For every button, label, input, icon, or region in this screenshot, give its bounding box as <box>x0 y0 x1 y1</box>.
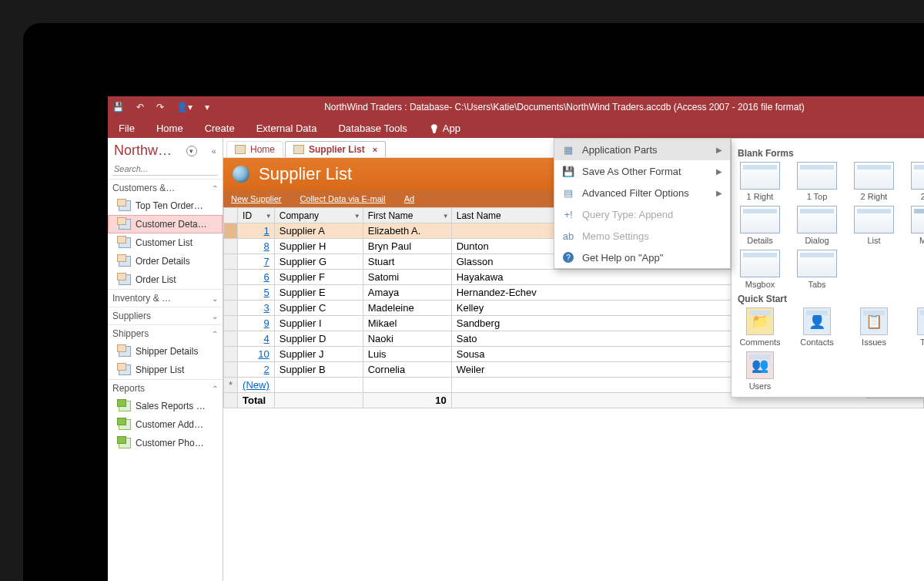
tab-home[interactable]: Home <box>156 123 183 134</box>
form-thumb-icon <box>740 250 780 277</box>
nav-item-customer-list[interactable]: Customer List <box>108 233 223 252</box>
quickstart-icon: 👤 <box>803 307 831 335</box>
menu-item-icon: ab <box>562 230 574 242</box>
submenu-arrow-icon: ▶ <box>716 167 722 176</box>
form-thumb-icon <box>797 206 837 233</box>
chevron-icon: ⌃ <box>212 330 218 338</box>
form-icon <box>119 256 131 267</box>
action-collect-data[interactable]: Collect Data via E-mail <box>300 194 385 203</box>
nav-item-customer-phone[interactable]: Customer Pho… <box>108 434 223 452</box>
form-thumb-icon <box>911 206 924 233</box>
form-icon <box>119 200 131 211</box>
gallery-item-media[interactable]: Media <box>909 206 924 245</box>
undo-icon[interactable]: ↶ <box>136 102 144 113</box>
gallery-item-details[interactable]: Details <box>738 206 782 245</box>
ribbon-tabs: File Home Create External Data Database … <box>108 118 924 138</box>
menu-item-icon: ? <box>562 251 574 264</box>
menu-item: +!Query Type: Append <box>554 203 730 225</box>
quickstart-icon: 📁 <box>746 307 774 335</box>
form-thumb-icon <box>740 162 780 190</box>
form-thumb-icon <box>797 162 837 190</box>
section-quick-start: Quick Start <box>738 294 924 304</box>
col-first-name[interactable]: First Name▼ <box>363 208 451 223</box>
nav-item-shipper-list[interactable]: Shipper List <box>108 361 223 379</box>
quick-access-toolbar: 💾 ↶ ↷ 👤▾ ▾ <box>112 102 209 113</box>
form-thumb-icon <box>797 250 837 277</box>
nav-dropdown-icon[interactable]: ▾ <box>186 146 197 156</box>
quickstart-item-tasks[interactable]: ✓Tasks <box>909 307 924 347</box>
gallery-item-tabs[interactable]: Tabs <box>795 250 839 289</box>
menu-item-icon: 💾 <box>562 165 574 177</box>
gallery-item-2-top[interactable]: 2 Top <box>909 162 924 201</box>
nav-collapse-icon[interactable]: « <box>212 146 216 156</box>
nav-search-input[interactable] <box>112 162 218 176</box>
close-tab-icon[interactable]: × <box>373 145 377 154</box>
form-thumb-icon <box>740 206 780 233</box>
quickstart-item-issues[interactable]: 📋Issues <box>852 307 896 347</box>
tell-me-app[interactable]: App <box>429 123 460 134</box>
nav-group-suppliers[interactable]: Suppliers⌄ <box>108 307 223 324</box>
chevron-icon: ⌃ <box>212 184 218 193</box>
gallery-item-dialog[interactable]: Dialog <box>795 206 839 245</box>
nav-item-shipper-details[interactable]: Shipper Details <box>108 342 223 361</box>
chevron-icon: ⌄ <box>212 294 218 303</box>
nav-group-reports[interactable]: Reports⌃ <box>108 379 223 397</box>
action-new-supplier[interactable]: New Supplier <box>231 194 281 203</box>
nav-group-customers[interactable]: Customers &…⌃ <box>108 179 223 196</box>
nav-item-customer-details[interactable]: Customer Deta… <box>108 215 223 233</box>
tab-database-tools[interactable]: Database Tools <box>338 123 407 134</box>
gallery-item-1-right[interactable]: 1 Right <box>738 162 782 201</box>
col-company[interactable]: Company▼ <box>274 208 363 223</box>
quickstart-icon: ✓ <box>917 307 924 335</box>
form-icon <box>293 145 304 154</box>
form-thumb-icon <box>854 162 894 190</box>
dropdown-icon[interactable]: ▼ <box>354 212 360 219</box>
form-icon <box>119 237 131 248</box>
form-thumb-icon <box>854 206 894 233</box>
quickstart-item-users[interactable]: 👥Users <box>738 351 782 391</box>
quickstart-icon: 📋 <box>860 307 888 335</box>
nav-item-order-list[interactable]: Order List <box>108 270 223 289</box>
col-id[interactable]: ID▼ <box>238 208 275 223</box>
form-icon <box>119 346 131 357</box>
dropdown-icon[interactable]: ▼ <box>443 212 449 219</box>
doc-tab-home[interactable]: Home <box>226 141 283 157</box>
action-add[interactable]: Ad <box>404 194 414 203</box>
gallery-item-msgbox[interactable]: Msgbox <box>738 250 782 289</box>
quickstart-icon: 👥 <box>746 351 774 379</box>
nav-group-inventory[interactable]: Inventory & …⌄ <box>108 289 223 307</box>
qat-more-icon[interactable]: ▾ <box>205 102 209 113</box>
form-icon <box>119 219 131 230</box>
gallery-item-1-top[interactable]: 1 Top <box>795 162 839 201</box>
menu-item[interactable]: ▤Advanced Filter Options▶ <box>554 182 730 203</box>
quickstart-item-contacts[interactable]: 👤Contacts <box>795 307 839 347</box>
window-title: NorthWind Traders : Database- C:\Users\K… <box>209 102 919 113</box>
menu-item[interactable]: ?Get Help on "App" <box>554 247 730 268</box>
row-selector-header[interactable] <box>224 208 238 223</box>
nav-item-order-details[interactable]: Order Details <box>108 252 223 270</box>
nav-item-top-ten-orders[interactable]: Top Ten Order… <box>108 196 223 215</box>
report-icon <box>119 438 131 448</box>
form-icon <box>119 364 131 375</box>
nav-item-customer-address[interactable]: Customer Add… <box>108 415 223 434</box>
tab-external-data[interactable]: External Data <box>256 123 317 134</box>
nav-item-sales-reports[interactable]: Sales Reports … <box>108 397 223 415</box>
gallery-item-list[interactable]: List <box>852 206 896 245</box>
tab-create[interactable]: Create <box>205 123 235 134</box>
menu-item[interactable]: 💾Save As Other Format▶ <box>554 160 730 182</box>
dropdown-icon[interactable]: ▼ <box>266 212 272 219</box>
nav-group-shippers[interactable]: Shippers⌃ <box>108 324 223 342</box>
menu-item[interactable]: ▦Application Parts▶ <box>554 139 730 160</box>
redo-icon[interactable]: ↷ <box>156 102 164 113</box>
chevron-icon: ⌄ <box>212 312 218 321</box>
quickstart-item-comments[interactable]: 📁Comments <box>738 307 782 347</box>
doc-tab-supplier-list[interactable]: Supplier List× <box>285 141 386 157</box>
gallery-item-2-right[interactable]: 2 Right <box>852 162 896 201</box>
submenu-arrow-icon: ▶ <box>716 189 722 197</box>
user-icon[interactable]: 👤▾ <box>176 102 192 113</box>
tab-file[interactable]: File <box>119 123 135 134</box>
section-blank-forms: Blank Forms <box>738 148 924 159</box>
save-icon[interactable]: 💾 <box>112 102 124 113</box>
nav-database-title[interactable]: Northw… ▾ « <box>108 138 223 159</box>
report-icon <box>119 401 131 411</box>
